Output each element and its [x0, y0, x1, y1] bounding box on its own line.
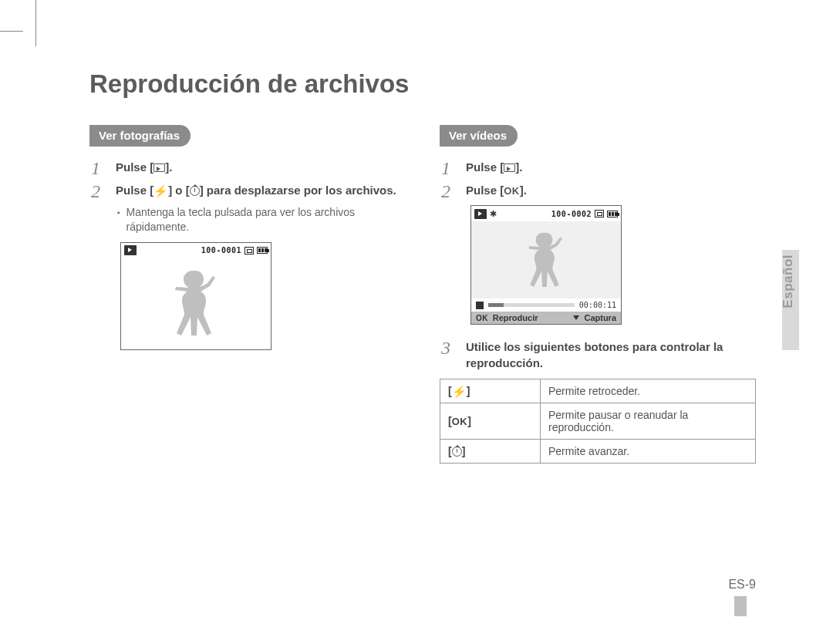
control-desc-cell: Permite avanzar.: [541, 440, 756, 464]
language-tab-label: Español: [781, 255, 796, 309]
photo-preview-frame: 100-0001: [120, 242, 271, 350]
bullet-dot-icon: ▪: [117, 205, 120, 234]
control-key-cell: [⚡]: [440, 379, 541, 403]
table-row: [] Permite avanzar.: [440, 440, 756, 464]
video-frame-statusbar: ✱ 100-0002: [471, 206, 621, 221]
photo-frame-statusbar: 100-0001: [121, 243, 271, 258]
self-timer-icon: [452, 447, 462, 457]
vstep2-post: ].: [520, 184, 527, 197]
page-number: ES-9: [728, 578, 756, 592]
battery-icon: [257, 247, 268, 254]
ok-button-label: OK: [504, 185, 520, 197]
page-title: Reproducción de archivos: [89, 69, 756, 99]
down-arrow-icon: [573, 315, 579, 320]
playback-mode-icon: [124, 245, 137, 255]
vstep3-text: Utilice los siguientes botones para cont…: [466, 340, 723, 369]
section-videos: Ver vídeos 1 Pulse []. 2 Pulse [OK]. ✱: [440, 125, 756, 464]
video-preview-frame: ✱ 100-0002 00:00:11 OK: [470, 205, 622, 325]
control-desc-cell: Permite pausar o reanudar la reproducció…: [541, 403, 756, 440]
playback-mode-icon: [474, 209, 487, 219]
memory-card-icon: [595, 210, 604, 217]
ok-button-label: OK: [452, 416, 468, 427]
vstep1-pre: Pulse [: [466, 160, 504, 174]
video-elapsed: 00:00:11: [579, 301, 616, 309]
video-progress-row: 00:00:11: [471, 298, 621, 312]
ok-indicator-icon: OK: [476, 314, 488, 322]
video-file-index: 100-0002: [551, 210, 592, 218]
step2-post: ] para desplazarse por los archivos.: [200, 184, 396, 197]
controls-table: [⚡] Permite retroceder. [OK] Permite pau…: [440, 379, 756, 464]
videos-step-2: 2 Pulse [OK].: [441, 182, 756, 201]
person-silhouette-icon: [520, 228, 572, 298]
step-number: 2: [441, 182, 457, 201]
stop-icon: [476, 302, 484, 309]
footer-action-capture: Captura: [584, 313, 616, 322]
battery-icon: [607, 211, 618, 217]
playback-rect-icon: [504, 164, 515, 172]
videos-step-3: 3 Utilice los siguientes botones para co…: [441, 339, 756, 371]
photos-note: ▪ Mantenga la tecla pulsada para ver los…: [117, 205, 406, 234]
photos-step-1: 1 Pulse [].: [91, 159, 406, 177]
step2-pre: Pulse [: [116, 184, 153, 197]
section-heading-photos: Ver fotografías: [89, 125, 191, 147]
progress-bar: [488, 303, 575, 307]
vstep2-pre: Pulse [: [466, 184, 504, 197]
page-content: Reproducción de archivos Ver fotografías…: [0, 0, 833, 464]
photos-note-text: Mantenga la tecla pulsada para ver los a…: [126, 205, 406, 234]
step1-text-pre: Pulse [: [116, 160, 153, 174]
step-number: 1: [441, 159, 457, 177]
memory-card-icon: [245, 247, 254, 255]
self-timer-icon: [190, 186, 200, 196]
playback-rect-icon: [153, 164, 165, 172]
photo-file-index: 100-0001: [201, 246, 241, 255]
step-number: 2: [91, 182, 106, 201]
vstep1-post: ].: [515, 160, 522, 174]
control-desc-cell: Permite retroceder.: [541, 379, 756, 403]
video-frame-footer: OK Reproducir Captura: [471, 312, 621, 324]
videos-step-1: 1 Pulse [].: [441, 159, 756, 177]
step2-mid: ] o [: [168, 184, 190, 197]
step-number: 3: [441, 339, 457, 357]
section-photos: Ver fotografías 1 Pulse []. 2 Pulse [⚡] …: [89, 125, 406, 464]
page-number-marker: [734, 596, 747, 616]
step-number: 1: [91, 159, 106, 177]
control-key-cell: []: [440, 440, 541, 464]
footer-action-play: Reproducir: [493, 313, 538, 322]
crop-mark-vertical: [35, 0, 36, 46]
crop-mark-horizontal: [0, 31, 23, 32]
step1-text-post: ].: [165, 160, 172, 174]
section-heading-videos: Ver vídeos: [440, 125, 518, 147]
control-key-cell: [OK]: [440, 403, 541, 440]
table-row: [⚡] Permite retroceder.: [440, 379, 756, 403]
movie-file-icon: ✱: [490, 209, 497, 219]
table-row: [OK] Permite pausar o reanudar la reprod…: [440, 403, 756, 440]
person-silhouette-icon: [165, 265, 227, 349]
photos-step-2: 2 Pulse [⚡] o [] para desplazarse por lo…: [91, 182, 406, 201]
